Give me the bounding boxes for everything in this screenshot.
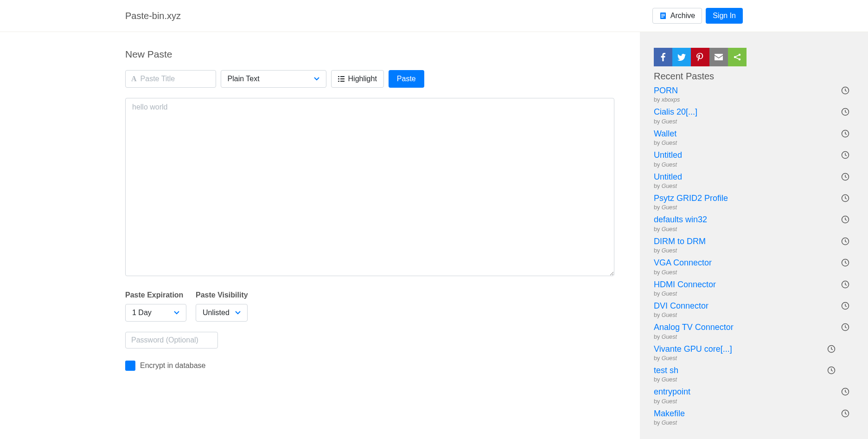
- password-input[interactable]: [125, 332, 218, 349]
- sharethis-share-button[interactable]: [728, 48, 747, 66]
- svg-rect-8: [338, 81, 339, 82]
- paste-link[interactable]: VGA Connector: [654, 258, 849, 268]
- paste-author: by Guest: [654, 161, 849, 168]
- clock-icon: [841, 215, 849, 224]
- syntax-value: Plain Text: [228, 75, 260, 83]
- paste-author: by xboxps: [654, 97, 849, 103]
- archive-icon: [659, 12, 667, 19]
- paste-link[interactable]: entrypoint: [654, 387, 849, 397]
- recent-paste-item: Makefileby Guest: [654, 408, 849, 426]
- twitter-share-button[interactable]: [672, 48, 691, 66]
- pinterest-share-button[interactable]: [691, 48, 709, 66]
- expiration-label: Paste Expiration: [125, 291, 186, 299]
- pinterest-icon: [696, 53, 704, 61]
- visibility-select[interactable]: Unlisted: [196, 304, 248, 322]
- paste-link[interactable]: DIRM to DRM: [654, 236, 849, 247]
- paste-link[interactable]: defaults win32: [654, 214, 849, 225]
- sidebar: Recent Pastes PORNby xboxpsCialis 20[...…: [640, 32, 868, 439]
- paste-link[interactable]: Analog TV Connector: [654, 322, 849, 333]
- svg-rect-1: [661, 14, 665, 15]
- clock-icon: [841, 129, 849, 138]
- chevron-down-icon: [314, 77, 319, 81]
- recent-pastes-list: PORNby xboxpsCialis 20[...]by GuestWalle…: [654, 85, 849, 426]
- paste-toolbar: A Plain Text Highlight Paste: [125, 70, 640, 88]
- paste-author: by Guest: [654, 420, 849, 426]
- clock-icon: [827, 345, 836, 353]
- recent-paste-item: HDMI Connectorby Guest: [654, 279, 849, 297]
- nav-right: Archive Sign In: [652, 8, 743, 24]
- paste-link[interactable]: Vivante GPU core[...]: [654, 344, 849, 355]
- paste-author: by Guest: [654, 204, 849, 211]
- clock-icon: [841, 409, 849, 418]
- paste-author: by Guest: [654, 247, 849, 254]
- recent-paste-item: DVI Connectorby Guest: [654, 301, 849, 318]
- paste-link[interactable]: test sh: [654, 365, 849, 376]
- highlight-button[interactable]: Highlight: [331, 70, 384, 88]
- paste-author: by Guest: [654, 183, 849, 189]
- page-title: New Paste: [125, 49, 640, 60]
- signin-label: Sign In: [713, 12, 736, 20]
- archive-button[interactable]: Archive: [652, 8, 702, 24]
- paste-link[interactable]: Untitled: [654, 150, 849, 161]
- recent-paste-item: Untitledby Guest: [654, 172, 849, 189]
- signin-button[interactable]: Sign In: [706, 8, 743, 24]
- brand-logo[interactable]: Paste-bin.xyz: [125, 11, 181, 21]
- recent-pastes-title: Recent Pastes: [654, 71, 849, 82]
- facebook-share-button[interactable]: [654, 48, 672, 66]
- share-icon: [734, 53, 741, 61]
- chevron-down-icon: [174, 311, 179, 315]
- recent-paste-item: DIRM to DRMby Guest: [654, 236, 849, 254]
- expiration-select[interactable]: 1 Day: [125, 304, 186, 322]
- highlight-label: Highlight: [348, 75, 377, 83]
- visibility-label: Paste Visibility: [196, 291, 248, 299]
- paste-link[interactable]: Untitled: [654, 172, 849, 182]
- chevron-down-icon: [235, 311, 241, 315]
- paste-link[interactable]: Makefile: [654, 408, 849, 419]
- paste-link[interactable]: DVI Connector: [654, 301, 849, 311]
- paste-author: by Guest: [654, 226, 849, 232]
- email-share-button[interactable]: [709, 48, 728, 66]
- paste-content-textarea[interactable]: [125, 98, 614, 276]
- paste-link[interactable]: PORN: [654, 85, 849, 96]
- title-input-group[interactable]: A: [125, 70, 216, 88]
- recent-paste-item: Untitledby Guest: [654, 150, 849, 168]
- recent-paste-item: Cialis 20[...]by Guest: [654, 107, 849, 124]
- paste-link[interactable]: Wallet: [654, 129, 849, 139]
- encrypt-label: Encrypt in database: [140, 362, 205, 370]
- clock-icon: [841, 194, 849, 202]
- expiration-value: 1 Day: [132, 309, 152, 317]
- recent-paste-item: entrypointby Guest: [654, 387, 849, 404]
- clock-icon: [841, 280, 849, 289]
- svg-rect-5: [340, 76, 345, 77]
- paste-author: by Guest: [654, 140, 849, 146]
- share-buttons: [654, 48, 849, 66]
- facebook-icon: [661, 53, 665, 61]
- paste-title-input[interactable]: [140, 75, 210, 83]
- svg-rect-4: [338, 76, 339, 77]
- main-content: New Paste A Plain Text Highlight: [0, 32, 640, 439]
- paste-author: by Guest: [654, 355, 849, 362]
- paste-link[interactable]: Psytz GRID2 Profile: [654, 193, 849, 204]
- archive-label: Archive: [670, 12, 695, 20]
- clock-icon: [841, 86, 849, 95]
- recent-paste-item: Walletby Guest: [654, 129, 849, 146]
- recent-paste-item: VGA Connectorby Guest: [654, 258, 849, 275]
- paste-author: by Guest: [654, 398, 849, 405]
- visibility-value: Unlisted: [203, 309, 230, 317]
- svg-rect-9: [340, 81, 345, 82]
- clock-icon: [841, 108, 849, 116]
- paste-link[interactable]: Cialis 20[...]: [654, 107, 849, 117]
- clock-icon: [841, 323, 849, 331]
- recent-paste-item: Vivante GPU core[...]by Guest: [654, 344, 849, 362]
- twitter-icon: [677, 54, 686, 61]
- recent-paste-item: Analog TV Connectorby Guest: [654, 322, 849, 340]
- encrypt-checkbox[interactable]: [125, 361, 135, 371]
- clock-icon: [841, 387, 849, 396]
- syntax-select[interactable]: Plain Text: [221, 70, 326, 88]
- svg-rect-6: [338, 78, 339, 79]
- email-icon: [715, 54, 723, 60]
- paste-button[interactable]: Paste: [389, 70, 424, 88]
- svg-rect-2: [661, 15, 665, 16]
- recent-paste-item: test shby Guest: [654, 365, 849, 383]
- paste-link[interactable]: HDMI Connector: [654, 279, 849, 290]
